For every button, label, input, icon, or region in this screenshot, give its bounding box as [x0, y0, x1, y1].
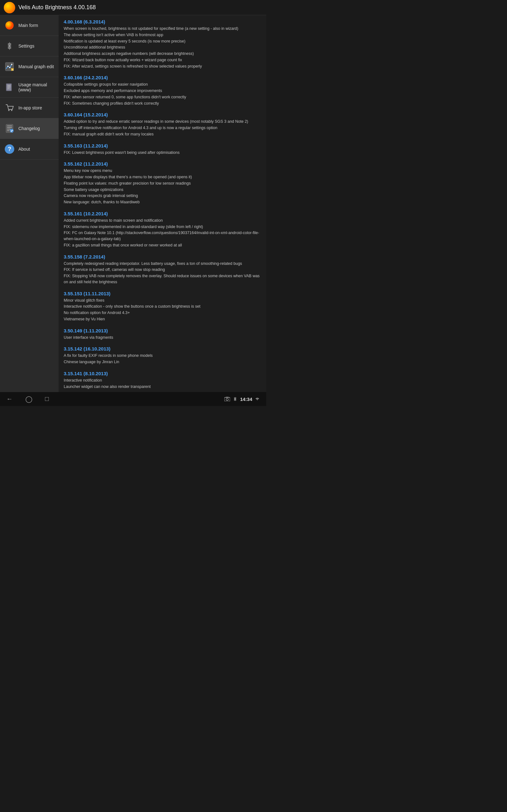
changelog-entry: 3.55.158 (7.2.2014)Completely redesigned… [64, 254, 261, 285]
svg-point-0 [5, 21, 14, 30]
wifi-icon [255, 397, 260, 401]
changelog-entry: 3.15.141 (8.10.2013)Interactive notifica… [64, 371, 261, 390]
svg-rect-19 [7, 127, 12, 128]
main-layout: Main form Settings [0, 15, 266, 392]
changelog-version: 3.55.158 (7.2.2014) [64, 254, 261, 259]
status-time: 14:34 [240, 397, 252, 402]
settings-status-icon [233, 397, 238, 402]
sidebar-item-in-app-store[interactable]: In-app store [0, 98, 59, 118]
sidebar-item-label-changelog: Changelog [18, 126, 40, 131]
changelog-entry: 3.55.161 (10.2.2014)Added current bright… [64, 211, 261, 248]
changelog-entry: 3.55.163 (11.2.2014)FIX: Lowest brightne… [64, 143, 261, 156]
svg-point-16 [11, 110, 12, 111]
svg-point-15 [8, 110, 9, 111]
changelog-entry: 3.55.162 (11.2.2014)Menu key now opens m… [64, 161, 261, 205]
changelog-notes: Collapsible settings groups for easier n… [64, 82, 261, 106]
bottom-bar: ← ◯ □ 14:34 [0, 392, 266, 406]
changelog-notes: FIX: Lowest brightness point wasn't bein… [64, 150, 261, 156]
svg-point-6 [9, 67, 10, 68]
changelog-version: 3.55.162 (11.2.2014) [64, 161, 261, 166]
changelog-entry: 3.60.164 (15.2.2014)Added option to try … [64, 112, 261, 137]
changelog-version: 3.60.164 (15.2.2014) [64, 112, 261, 117]
svg-rect-21 [7, 131, 9, 131]
sidebar: Main form Settings [0, 15, 59, 392]
svg-point-24 [226, 398, 228, 401]
app-icon [4, 2, 15, 13]
changelog-icon [4, 123, 15, 134]
changelog-version: 3.15.141 (8.10.2013) [64, 371, 261, 376]
svg-rect-18 [7, 125, 12, 126]
graph-edit-icon [4, 61, 15, 72]
changelog-version: 3.55.161 (10.2.2014) [64, 211, 261, 216]
home-button[interactable]: ◯ [25, 395, 32, 403]
sun-icon [4, 20, 15, 31]
sidebar-item-about[interactable]: ? About [0, 139, 59, 159]
svg-point-3 [9, 45, 10, 47]
nav-buttons: ← ◯ □ [6, 395, 49, 403]
changelog-version: 3.55.153 (11.11.2013) [64, 291, 261, 296]
question-icon: ? [4, 143, 15, 155]
changelog-notes: When screen is touched, brightness is no… [64, 26, 261, 69]
sidebar-item-label-about: About [18, 147, 30, 152]
sidebar-item-label-in-app-store: In-app store [18, 105, 42, 110]
changelog-entry: 3.50.149 (1.11.2013)User interface via f… [64, 328, 261, 341]
sidebar-item-settings[interactable]: Settings [0, 36, 59, 56]
changelog-notes: Completely redesigned reading interpolat… [64, 261, 261, 285]
changelog-version: 3.60.166 (24.2.2014) [64, 75, 261, 80]
changelog-content[interactable]: 4.00.168 (6.3.2014)When screen is touche… [59, 15, 266, 392]
changelog-notes: Added option to try and reduce erratic s… [64, 119, 261, 137]
sidebar-item-label-manual-graph-edit: Manual graph edit [18, 64, 54, 69]
changelog-version: 3.15.142 (16.10.2013) [64, 346, 261, 351]
changelog-notes: Menu key now opens menuApp titlebar now … [64, 168, 261, 205]
changelog-notes: Interactive notificationLauncher widget … [64, 377, 261, 390]
sidebar-item-main-form[interactable]: Main form [0, 15, 59, 36]
changelog-entry: 3.15.142 (16.10.2013)A fix for faulty EX… [64, 346, 261, 365]
sidebar-item-label-main-form: Main form [18, 23, 38, 28]
changelog-notes: Added current brightness to main screen … [64, 217, 261, 248]
svg-point-27 [234, 399, 235, 400]
gear-icon [4, 40, 15, 52]
sidebar-item-changelog[interactable]: Changelog [0, 118, 59, 139]
changelog-notes: A fix for faulty EXIF records in some ph… [64, 353, 261, 365]
changelog-entry: 3.60.166 (24.2.2014)Collapsible settings… [64, 75, 261, 106]
svg-point-5 [7, 66, 9, 67]
changelog-version: 3.55.163 (11.2.2014) [64, 143, 261, 148]
svg-rect-11 [7, 84, 11, 90]
sidebar-item-label-settings: Settings [18, 44, 35, 49]
sidebar-item-usage-manual[interactable]: Usage manual (www) [0, 77, 59, 98]
svg-rect-20 [7, 129, 11, 130]
changelog-entry: 4.00.168 (6.3.2014)When screen is touche… [64, 19, 261, 69]
changelog-entry: 3.55.153 (11.11.2013)Minor visual glitch… [64, 291, 261, 322]
app-title: Velis Auto Brightness 4.00.168 [18, 4, 96, 11]
changelog-version: 4.00.168 (6.3.2014) [64, 19, 261, 24]
status-bar-right: 14:34 [224, 397, 260, 402]
recents-button[interactable]: □ [45, 395, 49, 403]
changelog-version: 3.50.149 (1.11.2013) [64, 328, 261, 334]
sidebar-item-label-usage-manual: Usage manual (www) [18, 82, 55, 92]
photo-icon [224, 397, 230, 401]
top-bar: Velis Auto Brightness 4.00.168 [0, 0, 266, 15]
svg-point-7 [11, 64, 12, 65]
changelog-notes: Minor visual glitch fixesInteractive not… [64, 298, 261, 322]
cart-icon [4, 102, 15, 113]
changelog-notes: User interface via fragments [64, 335, 261, 341]
sidebar-item-manual-graph-edit[interactable]: Manual graph edit [0, 56, 59, 77]
book-icon [4, 82, 15, 93]
back-button[interactable]: ← [6, 395, 13, 403]
